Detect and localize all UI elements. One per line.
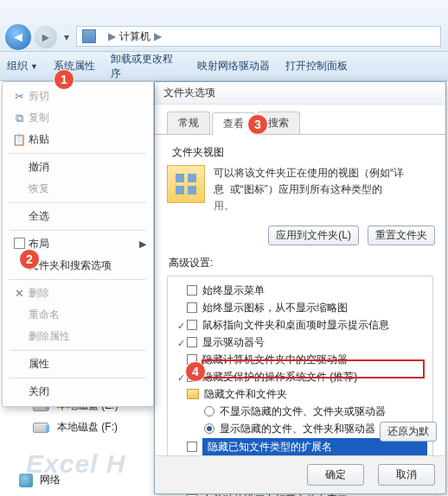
organize-menu-item[interactable]: 📋粘贴 (4, 129, 151, 150)
advanced-setting-row[interactable]: 隐藏受保护的操作系统文件 (推荐) (171, 368, 429, 385)
organize-menu-item: 恢复 (4, 178, 151, 200)
menu-item-label: 重命名 (29, 308, 60, 322)
menu-item-label: 撤消 (29, 160, 49, 175)
organize-menu-item: ✂剪切 (4, 86, 151, 107)
apply-to-folders-button[interactable]: 应用到文件夹(L) (268, 226, 359, 245)
organize-menu-item[interactable]: 撤消 (4, 156, 151, 178)
advanced-setting-row[interactable]: 鼠标指向文件夹和桌面项时显示提示信息 (171, 316, 429, 334)
organize-menu-item[interactable]: 属性 (4, 353, 151, 375)
drive-icon (33, 423, 48, 433)
uninstall-button[interactable]: 卸载或更改程序 (111, 52, 182, 81)
callout-badge-1: 1 (54, 69, 74, 90)
checkbox-icon (187, 337, 197, 347)
tab-row: 常规 查看 搜索 (155, 105, 445, 135)
menu-item-label: 全选 (29, 209, 49, 224)
radio-icon (204, 406, 214, 417)
tab-general[interactable]: 常规 (167, 111, 210, 134)
menu-item-icon: 📋 (10, 133, 29, 146)
callout-badge-2: 2 (19, 249, 40, 270)
organize-menu-item: 删除属性 (4, 326, 151, 347)
menu-item-label: 删除 (29, 286, 49, 301)
folder-view-text: 可以将该文件夹正在使用的视图（例如“详 息 或“图标”）应用到所有这种类型的 用… (214, 165, 404, 215)
breadcrumb-sep: ▶ (108, 30, 116, 42)
radio-icon (204, 423, 214, 434)
breadcrumb-sep2: ▶ (154, 30, 162, 42)
callout-badge-4: 4 (185, 361, 206, 382)
checkbox-icon (187, 302, 197, 313)
organize-menu-item: ✕删除 (4, 283, 151, 304)
advanced-setting-row[interactable]: 始终显示菜单 (171, 282, 429, 299)
menu-item-label: 粘贴 (29, 132, 49, 147)
map-drive-button[interactable]: 映射网络驱动器 (197, 59, 270, 73)
checkbox-icon (187, 320, 197, 330)
cancel-button[interactable]: 取消 (378, 464, 435, 486)
advanced-setting-row[interactable]: 显示驱动器号 (171, 334, 429, 351)
folder-view-icon (167, 165, 205, 203)
folder-icon (187, 389, 199, 399)
dialog-title: 文件夹选项 (155, 82, 445, 105)
callout-badge-3: 3 (247, 114, 268, 135)
explorer-navbar: ◄ ► ▾ ▶ 计算机 ▶ (0, 0, 448, 52)
menu-item-label: 恢复 (29, 181, 49, 196)
menu-item-icon: ✂ (10, 90, 29, 103)
menu-item-label: 删除属性 (29, 329, 70, 344)
menu-item-label: 属性 (29, 357, 49, 372)
menu-item-icon: ⧉ (10, 111, 29, 125)
organize-menu-item[interactable]: 关闭 (4, 381, 151, 403)
nav-history-dropdown[interactable]: ▾ (61, 29, 73, 46)
folder-options-dialog: 文件夹选项 常规 查看 搜索 文件夹视图 可以将该文件夹正在使用的视图（例如“详… (154, 81, 446, 494)
computer-icon (82, 29, 96, 43)
menu-item-label: 文件夹和搜索选项 (29, 258, 112, 273)
sidebar-item-network[interactable]: 网络 (0, 467, 152, 491)
checkbox-icon (187, 285, 197, 296)
sidebar-item-drive-f[interactable]: 本地磁盘 (F:) (0, 417, 152, 438)
menu-item-label: 剪切 (29, 89, 49, 104)
organize-menu: ✂剪切⧉复制📋粘贴撤消恢复全选布局▶文件夹和搜索选项✕删除重命名删除属性属性关闭 (2, 81, 154, 407)
advanced-setting-row[interactable]: 始终显示图标，从不显示缩略图 (171, 299, 429, 316)
open-control-panel-button[interactable]: 打开控制面板 (285, 59, 348, 73)
organize-menu-item: ⧉复制 (4, 107, 151, 129)
advanced-setting-row[interactable]: 隐藏文件和文件夹 (171, 385, 429, 403)
advanced-setting-row[interactable]: 隐藏计算机文件夹中的空驱动器 (171, 351, 429, 368)
dialog-footer: 确定 取消 (155, 455, 445, 493)
organize-button[interactable]: 组织▼ (7, 59, 38, 73)
network-icon (19, 474, 33, 487)
menu-item-label: 复制 (29, 111, 49, 125)
organize-menu-item: 重命名 (4, 304, 151, 326)
advanced-settings-label: 高级设置: (169, 256, 445, 270)
menu-item-icon: ✕ (10, 287, 29, 300)
organize-menu-item[interactable]: 全选 (4, 206, 151, 227)
breadcrumb-computer[interactable]: 计算机 (119, 29, 150, 44)
ok-button[interactable]: 确定 (307, 464, 364, 486)
checkbox-icon (187, 442, 197, 452)
back-button[interactable]: ◄ (5, 24, 31, 50)
submenu-arrow-icon: ▶ (139, 238, 146, 250)
forward-button[interactable]: ► (35, 26, 57, 48)
folder-view-heading: 文件夹视图 (172, 145, 435, 160)
restore-defaults-button[interactable]: 还原为默 (380, 422, 437, 442)
reset-folders-button[interactable]: 重置文件夹 (368, 226, 435, 245)
advanced-setting-row[interactable]: 不显示隐藏的文件、文件夹或驱动器 (171, 403, 429, 420)
menu-item-label: 关闭 (29, 385, 49, 399)
address-bar[interactable]: ▶ 计算机 ▶ (76, 26, 441, 47)
